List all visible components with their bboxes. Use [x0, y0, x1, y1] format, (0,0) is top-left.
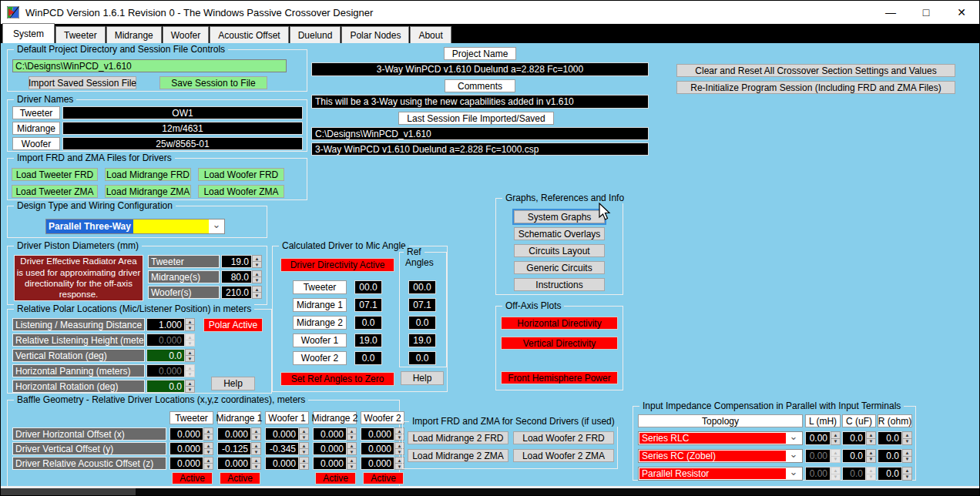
- chevron-down-icon[interactable]: [786, 433, 801, 444]
- tab-duelund[interactable]: Duelund: [290, 26, 341, 43]
- tab-system[interactable]: System: [2, 23, 55, 43]
- horizontal-directivity-button[interactable]: Horizontal Directivity: [501, 317, 618, 330]
- impedance-r-2-spinner[interactable]: [902, 449, 912, 463]
- baffle-z-tweeter-spinner[interactable]: [203, 457, 213, 470]
- listening-distance-spinner[interactable]: [185, 318, 195, 331]
- close-button[interactable]: ✕: [944, 1, 979, 24]
- vertical-rotation-spinner[interactable]: [185, 349, 195, 362]
- ref-angles-help-button[interactable]: Help: [401, 371, 444, 385]
- impedance-c-2-spinner[interactable]: [866, 449, 876, 463]
- chevron-down-icon[interactable]: [209, 220, 224, 233]
- front-hemisphere-power-button[interactable]: Front Hemisphere Power: [501, 371, 618, 384]
- baffle-y-woofer2[interactable]: 0.000: [361, 442, 394, 455]
- baffle-z-midrange1[interactable]: 0.000: [217, 457, 251, 470]
- circuits-layout-button[interactable]: Circuits Layout: [514, 244, 605, 257]
- impedance-c-2[interactable]: 0.0: [842, 449, 866, 463]
- load-midrange2-zma-button[interactable]: Load Midrange 2 ZMA: [408, 449, 508, 462]
- topology-dropdown-1[interactable]: Series RLC: [638, 431, 803, 445]
- tweeter-name-field[interactable]: OW1: [62, 106, 303, 119]
- baffle-x-woofer2[interactable]: 0.000: [361, 427, 394, 441]
- horizontal-rotation-value[interactable]: 0.0: [146, 380, 185, 393]
- project-directory-input[interactable]: C:\Designs\WinPCD_v1.610: [12, 59, 287, 72]
- baffle-active-woofer2-button[interactable]: Active: [363, 472, 404, 484]
- horizontal-rotation-spinner[interactable]: [185, 380, 195, 393]
- piston-midrange-spinner[interactable]: [252, 270, 262, 283]
- vertical-rotation-value[interactable]: 0.0: [146, 349, 185, 362]
- minimize-button[interactable]: —: [873, 1, 908, 24]
- tab-about[interactable]: About: [410, 26, 451, 43]
- instructions-button[interactable]: Instructions: [514, 278, 605, 291]
- system-graphs-button[interactable]: System Graphs: [514, 210, 605, 223]
- tab-tweeter[interactable]: Tweeter: [55, 26, 106, 43]
- topology-dropdown-2[interactable]: Series RC (Zobel): [638, 449, 803, 463]
- baffle-z-woofer1[interactable]: 0.000: [265, 457, 299, 470]
- load-midrange-zma-button[interactable]: Load Midrange ZMA: [105, 185, 191, 198]
- baffle-z-midrange2[interactable]: 0.000: [313, 457, 347, 470]
- baffle-x-woofer1[interactable]: 0.000: [265, 427, 299, 441]
- baffle-y-midrange2[interactable]: 0.000: [313, 442, 347, 455]
- baffle-y-tweeter-spinner[interactable]: [203, 442, 213, 455]
- chevron-down-icon[interactable]: [786, 468, 801, 479]
- baffle-y-midrange2-spinner[interactable]: [347, 442, 357, 455]
- baffle-x-midrange1[interactable]: 0.000: [217, 427, 251, 441]
- baffle-y-midrange1-spinner[interactable]: [251, 442, 261, 455]
- baffle-x-tweeter[interactable]: 0.000: [169, 427, 203, 441]
- baffle-y-midrange1[interactable]: -0.125: [217, 442, 251, 455]
- listening-distance-value[interactable]: 1.000: [146, 318, 185, 331]
- impedance-l-1-spinner[interactable]: [831, 431, 841, 445]
- load-midrange-frd-button[interactable]: Load Midrange FRD: [105, 168, 191, 181]
- load-tweeter-frd-button[interactable]: Load Tweeter FRD: [12, 168, 98, 181]
- baffle-active-tweeter-button[interactable]: Active: [172, 472, 213, 484]
- piston-woofer-value[interactable]: 210.0: [221, 286, 252, 299]
- tab-polar-nodes[interactable]: Polar Nodes: [341, 26, 409, 43]
- impedance-l-1[interactable]: 0.00: [805, 431, 831, 445]
- clear-reset-button[interactable]: Clear and Reset All Crossover Section Se…: [676, 64, 955, 77]
- baffle-active-midrange1-button[interactable]: Active: [220, 472, 260, 484]
- topology-dropdown-3[interactable]: Parallel Resistor: [638, 467, 803, 481]
- piston-midrange-value[interactable]: 80.0: [221, 270, 252, 283]
- baffle-x-tweeter-spinner[interactable]: [203, 427, 213, 441]
- set-ref-angles-button[interactable]: Set Ref Angles to Zero: [280, 372, 394, 386]
- baffle-x-midrange2[interactable]: 0.000: [313, 427, 347, 441]
- load-woofer-zma-button[interactable]: Load Woofer ZMA: [198, 185, 284, 198]
- baffle-y-tweeter[interactable]: 0.000: [169, 442, 203, 455]
- woofer-name-field[interactable]: 25w/8565-01: [62, 137, 303, 150]
- baffle-z-tweeter[interactable]: 0.000: [169, 457, 203, 470]
- vertical-directivity-button[interactable]: Vertical Directivity: [501, 337, 618, 350]
- project-name-field[interactable]: 3-Way WinPCD v1.610 Duelund a=2.828 Fc=1…: [311, 62, 649, 76]
- session-path-field[interactable]: C:\Designs\WinPCD_v1.610: [311, 127, 649, 140]
- piston-tweeter-spinner[interactable]: [252, 255, 262, 268]
- reinitialize-button[interactable]: Re-Initialize Program Session (Including…: [676, 81, 955, 94]
- midrange-name-field[interactable]: 12m/4631: [62, 122, 303, 135]
- baffle-x-midrange2-spinner[interactable]: [347, 427, 357, 441]
- tab-acoustic-offset[interactable]: Acoustic Offset: [210, 26, 288, 43]
- piston-woofer-spinner[interactable]: [252, 286, 262, 299]
- baffle-y-woofer1[interactable]: -0.345: [265, 442, 299, 455]
- impedance-r-1[interactable]: 0.0: [878, 431, 902, 445]
- maximize-button[interactable]: □: [908, 1, 944, 24]
- baffle-x-woofer1-spinner[interactable]: [299, 427, 309, 441]
- impedance-c-1-spinner[interactable]: [866, 431, 876, 445]
- session-file-field[interactable]: 3-Way WinPCD v1.610 Duelund a=2.828 Fc=1…: [311, 142, 649, 156]
- baffle-z-woofer2[interactable]: 0.000: [361, 457, 394, 470]
- baffle-z-midrange2-spinner[interactable]: [347, 457, 357, 470]
- load-woofer-frd-button[interactable]: Load Woofer FRD: [198, 168, 284, 181]
- baffle-z-woofer1-spinner[interactable]: [299, 457, 309, 470]
- design-type-dropdown[interactable]: Parallel Three-Way: [45, 219, 225, 234]
- polar-active-button[interactable]: Polar Active: [203, 318, 263, 332]
- polar-help-button[interactable]: Help: [211, 377, 255, 390]
- impedance-r-3[interactable]: 0.0: [878, 467, 902, 481]
- driver-directivity-button[interactable]: Driver Directivity Active: [280, 258, 394, 272]
- load-tweeter-zma-button[interactable]: Load Tweeter ZMA: [12, 185, 98, 198]
- impedance-r-3-spinner[interactable]: [902, 467, 912, 481]
- schematic-overlays-button[interactable]: Schematic Overlays: [514, 227, 605, 240]
- baffle-active-midrange2-button[interactable]: Active: [315, 472, 356, 484]
- save-session-button[interactable]: Save Session to File: [159, 76, 267, 89]
- piston-tweeter-value[interactable]: 19.0: [221, 255, 252, 268]
- chevron-down-icon[interactable]: [786, 451, 801, 461]
- baffle-x-midrange1-spinner[interactable]: [251, 427, 261, 441]
- import-session-button[interactable]: Import Saved Session File: [29, 76, 136, 89]
- impedance-c-1[interactable]: 0.0: [842, 431, 866, 445]
- generic-circuits-button[interactable]: Generic Circuits: [514, 261, 605, 274]
- comments-field[interactable]: This will be a 3-Way using the new capab…: [311, 95, 649, 109]
